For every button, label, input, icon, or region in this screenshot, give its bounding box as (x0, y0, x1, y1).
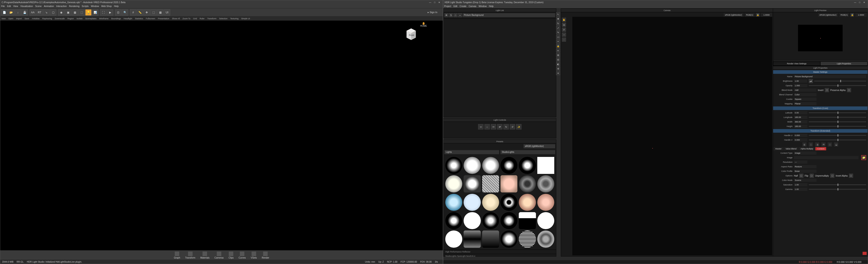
lbl-region[interactable]: Region (67, 17, 74, 21)
lbl-aa[interactable]: Antialias (32, 17, 39, 21)
add-icon[interactable]: + (556, 39, 560, 44)
invert-checkbox[interactable]: ☐ (825, 88, 829, 92)
tool-ui-icon[interactable]: UI (164, 9, 170, 16)
browse-folder-button[interactable]: 📁 (861, 155, 866, 160)
ar-button[interactable]: Restore (794, 165, 816, 168)
tool-rt-icon[interactable]: RT (36, 9, 43, 16)
btn-render[interactable]: Render (260, 251, 271, 260)
align-icon[interactable]: ◫ (828, 142, 832, 147)
lbl-select[interactable]: Selection (219, 17, 228, 21)
preset-item[interactable] (537, 175, 554, 192)
tool-ruler-icon[interactable]: 📏 (137, 9, 143, 16)
signin-link[interactable]: ▸ Sign In (428, 11, 442, 14)
tool-isolate-icon[interactable]: ◉ (58, 9, 64, 16)
brightness-slider[interactable] (814, 81, 866, 81)
preset-item[interactable] (519, 157, 536, 174)
btn-curves[interactable]: Curves (237, 251, 248, 260)
snap-center-icon[interactable]: ↔ (485, 124, 490, 130)
menu-webshop[interactable]: Web Shop (101, 4, 112, 8)
half-checkbox[interactable]: ☐ (799, 174, 803, 178)
stepper-icon[interactable]: ▴▾ (809, 79, 813, 83)
lbl-ui[interactable]: Simple UI (241, 17, 250, 21)
home-button[interactable]: HOME (420, 22, 427, 27)
height-slider[interactable] (809, 126, 866, 127)
lock-icon[interactable]: 🔒 (756, 13, 760, 17)
preset-item[interactable] (464, 194, 480, 211)
menu-animation[interactable]: Animation (44, 4, 54, 8)
preset-item[interactable] (500, 194, 518, 211)
align-icon[interactable]: ⬒ (822, 142, 826, 147)
section-transform-core[interactable]: Transform (Core) (773, 106, 868, 110)
preset-item[interactable] (519, 231, 536, 247)
close-panel-icon[interactable]: ✕ (556, 71, 560, 75)
preserve-alpha-checkbox[interactable]: ☐ (847, 88, 851, 92)
rotate-ccw-icon[interactable]: ↺ (510, 124, 515, 130)
menu-visualization[interactable]: Visualization (20, 4, 33, 8)
menu-scene[interactable]: Scene (35, 4, 41, 8)
ctype-dropdown[interactable]: Image (794, 152, 816, 155)
preset-item[interactable] (537, 231, 554, 247)
handleu-field[interactable]: 0.000 (794, 134, 807, 137)
btn-graph[interactable]: Graph (172, 251, 182, 260)
lbl-grid[interactable]: Grid (193, 17, 197, 21)
opacity-slider[interactable] (809, 85, 866, 86)
longitude-field[interactable]: 180.00 (794, 116, 807, 119)
rotate-icon[interactable]: ↻ (556, 21, 560, 25)
canvas-format[interactable]: RGB(A) (745, 13, 755, 17)
slot-icon[interactable]: □ (454, 13, 458, 17)
btn-materials[interactable]: Materials (198, 251, 211, 260)
image-path-field[interactable] (794, 156, 859, 159)
tool-stats-icon[interactable]: 📊 (92, 9, 98, 16)
menu-window[interactable]: Window (478, 4, 487, 8)
preset-item[interactable] (537, 212, 554, 229)
tool-open-icon[interactable]: 📂 (8, 9, 14, 16)
menu-canvas[interactable]: Canvas (469, 4, 476, 8)
tool-full-icon[interactable]: ⛶ (100, 9, 106, 16)
viewcube[interactable]: Front (402, 25, 420, 43)
lbl-down[interactable]: Downscale (55, 17, 65, 21)
menu-edit[interactable]: Edit (454, 4, 457, 8)
tool-wire-icon[interactable]: ▦ (72, 9, 78, 16)
flip-h-icon[interactable]: ⇄ (497, 124, 502, 130)
menu-create[interactable]: Create (460, 4, 466, 8)
name-field[interactable]: Picture Background (794, 75, 866, 78)
align-icon[interactable]: ◫ (809, 142, 813, 147)
preset-item[interactable] (500, 231, 518, 247)
mapping-dropdown[interactable]: Planar (794, 102, 816, 105)
lbl-headlight[interactable]: Headlight (124, 17, 132, 21)
snap-right-icon[interactable]: ↦ (491, 124, 496, 130)
menu-rendering[interactable]: Rendering (69, 4, 79, 8)
sphere-icon[interactable]: ○ (562, 33, 566, 37)
preset-item[interactable] (464, 212, 480, 229)
align-icon[interactable]: ◧ (802, 142, 807, 147)
menu-window[interactable]: Window (91, 4, 99, 8)
width-field[interactable]: 360.00 (794, 120, 807, 124)
tab-light-props[interactable]: Light Properties (820, 61, 868, 65)
wand-icon[interactable]: ✨ (516, 124, 522, 130)
section-transform-ext[interactable]: Transform (Extended) (773, 129, 868, 133)
tool-save-icon[interactable]: 💾 (22, 9, 28, 16)
opt1-icon[interactable]: ≡ (556, 49, 560, 53)
align-icon[interactable]: ◨ (815, 142, 819, 147)
preview-exposure[interactable]: 1.0000 (855, 13, 867, 17)
lbl-pres[interactable]: Presentation (158, 17, 169, 21)
preset-item[interactable] (464, 231, 480, 247)
preset-item[interactable] (500, 157, 518, 174)
preset-item[interactable] (482, 231, 499, 247)
cm-dropdown[interactable]: Source (794, 179, 816, 182)
rotate-cw-icon[interactable]: ↻ (503, 124, 509, 130)
brush-icon[interactable]: ✎ (556, 30, 560, 34)
tab-alphamult[interactable]: Alpha Multiply (799, 147, 815, 150)
close-icon[interactable]: ✕ (437, 1, 441, 4)
brightness-field[interactable]: 1.00 (794, 79, 807, 83)
btn-cameras[interactable]: Cameras (213, 251, 225, 260)
lbl-full[interactable]: Fullscreen (146, 17, 155, 21)
tool-aa-icon[interactable]: AA (30, 9, 36, 16)
minimize-icon[interactable]: — (428, 1, 432, 4)
tool-down-icon[interactable]: ↘ (43, 9, 50, 16)
preset-item[interactable] (445, 194, 462, 211)
canvas-exposure[interactable]: 1.0000 (761, 13, 772, 17)
lbl-bounds[interactable]: Boundings (111, 17, 121, 21)
section-master[interactable]: Master Settings (773, 70, 868, 74)
lbl-stats[interactable]: Statistics (135, 17, 143, 21)
